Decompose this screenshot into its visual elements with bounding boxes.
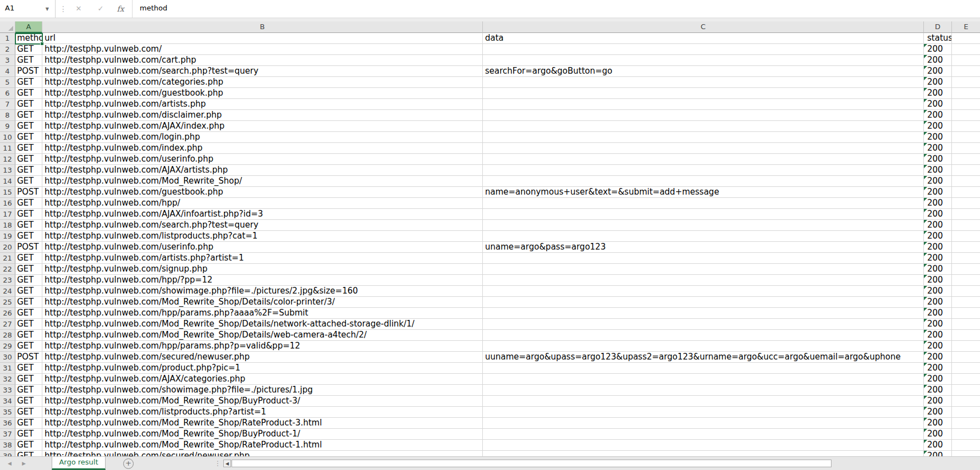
- cell-url[interactable]: http://testphp.vulnweb.com/AJAX/artists.…: [42, 165, 483, 176]
- cell-empty[interactable]: [952, 187, 980, 198]
- cell-empty[interactable]: [952, 198, 980, 209]
- cell-url[interactable]: http://testphp.vulnweb.com/secured/newus…: [42, 451, 483, 456]
- row-number[interactable]: 35: [0, 407, 15, 418]
- cell-empty[interactable]: [952, 440, 980, 451]
- cell-method[interactable]: GET: [15, 396, 42, 407]
- formula-input[interactable]: method: [140, 4, 167, 12]
- cell-url[interactable]: http://testphp.vulnweb.com/signup.php: [42, 264, 483, 275]
- row-number[interactable]: 16: [0, 198, 15, 209]
- cell-url[interactable]: http://testphp.vulnweb.com/product.php?p…: [42, 363, 483, 374]
- cell-empty[interactable]: [952, 275, 980, 286]
- cell-data[interactable]: uname=argo&pass=argo123: [483, 242, 924, 253]
- confirm-icon[interactable]: ✓: [92, 0, 109, 18]
- cell-data[interactable]: searchFor=argo&goButton=go: [483, 66, 924, 77]
- cell-method[interactable]: GET: [15, 132, 42, 143]
- cell-data[interactable]: [483, 44, 924, 55]
- cell-method[interactable]: GET: [15, 308, 42, 319]
- cell-status[interactable]: 200: [924, 154, 952, 165]
- cell-method[interactable]: GET: [15, 440, 42, 451]
- cell-method[interactable]: POST: [15, 187, 42, 198]
- row-number[interactable]: 33: [0, 385, 15, 396]
- cell-empty[interactable]: [952, 99, 980, 110]
- cell-status[interactable]: 200: [924, 242, 952, 253]
- cell-empty[interactable]: [952, 33, 980, 44]
- add-sheet-icon[interactable]: +: [123, 458, 134, 469]
- cell-status[interactable]: 200: [924, 143, 952, 154]
- cell-method[interactable]: GET: [15, 143, 42, 154]
- column-header-a[interactable]: A: [15, 21, 42, 33]
- cell-method[interactable]: GET: [15, 330, 42, 341]
- row-number[interactable]: 9: [0, 121, 15, 132]
- cell-method[interactable]: GET: [15, 88, 42, 99]
- cell-method[interactable]: GET: [15, 198, 42, 209]
- cell-data[interactable]: [483, 154, 924, 165]
- cell-data[interactable]: [483, 176, 924, 187]
- cell-url[interactable]: http://testphp.vulnweb.com/userinfo.php: [42, 154, 483, 165]
- row-number[interactable]: 22: [0, 264, 15, 275]
- column-header-d[interactable]: D: [924, 21, 952, 33]
- cell-status[interactable]: 200: [924, 220, 952, 231]
- cell-url[interactable]: http://testphp.vulnweb.com/userinfo.php: [42, 242, 483, 253]
- cell-status[interactable]: 200: [924, 407, 952, 418]
- cell-url[interactable]: http://testphp.vulnweb.com/Mod_Rewrite_S…: [42, 319, 483, 330]
- cell-method[interactable]: GET: [15, 220, 42, 231]
- cell-empty[interactable]: [952, 121, 980, 132]
- cell-method[interactable]: GET: [15, 418, 42, 429]
- cell-status[interactable]: 200: [924, 231, 952, 242]
- row-number[interactable]: 18: [0, 220, 15, 231]
- cell-status[interactable]: 200: [924, 110, 952, 121]
- name-box[interactable]: A1 ▼: [0, 0, 56, 18]
- cell-url[interactable]: http://testphp.vulnweb.com/disclaimer.ph…: [42, 110, 483, 121]
- cell-empty[interactable]: [952, 209, 980, 220]
- cell-status[interactable]: 200: [924, 352, 952, 363]
- cell-empty[interactable]: [952, 363, 980, 374]
- cell-status[interactable]: 200: [924, 187, 952, 198]
- cell-empty[interactable]: [952, 407, 980, 418]
- cell-method[interactable]: GET: [15, 165, 42, 176]
- cell-url[interactable]: http://testphp.vulnweb.com/Mod_Rewrite_S…: [42, 440, 483, 451]
- cell-data[interactable]: [483, 286, 924, 297]
- cell-url[interactable]: http://testphp.vulnweb.com/search.php?te…: [42, 66, 483, 77]
- cell-method[interactable]: GET: [15, 231, 42, 242]
- cell-data[interactable]: [483, 77, 924, 88]
- cell-url[interactable]: http://testphp.vulnweb.com/cart.php: [42, 55, 483, 66]
- cell-method[interactable]: POST: [15, 66, 42, 77]
- cell-empty[interactable]: [952, 55, 980, 66]
- row-number[interactable]: 26: [0, 308, 15, 319]
- cell-url[interactable]: http://testphp.vulnweb.com/showimage.php…: [42, 385, 483, 396]
- horizontal-scrollbar-thumb[interactable]: [232, 460, 832, 467]
- cell-empty[interactable]: [952, 44, 980, 55]
- cell-empty[interactable]: [952, 264, 980, 275]
- cell-status[interactable]: status: [924, 33, 952, 44]
- row-number[interactable]: 32: [0, 374, 15, 385]
- cell-method[interactable]: GET: [15, 55, 42, 66]
- cell-empty[interactable]: [952, 220, 980, 231]
- cell-status[interactable]: 200: [924, 66, 952, 77]
- row-number[interactable]: 31: [0, 363, 15, 374]
- cell-method[interactable]: GET: [15, 341, 42, 352]
- cell-empty[interactable]: [952, 352, 980, 363]
- cell-url[interactable]: http://testphp.vulnweb.com/Mod_Rewrite_S…: [42, 429, 483, 440]
- cell-status[interactable]: 200: [924, 165, 952, 176]
- cell-status[interactable]: 200: [924, 77, 952, 88]
- row-number[interactable]: 7: [0, 99, 15, 110]
- cell-empty[interactable]: [952, 242, 980, 253]
- cell-method[interactable]: GET: [15, 407, 42, 418]
- cell-url[interactable]: http://testphp.vulnweb.com/Mod_Rewrite_S…: [42, 176, 483, 187]
- prev-sheet-icon[interactable]: ◀: [8, 457, 12, 470]
- cell-data[interactable]: [483, 231, 924, 242]
- row-number[interactable]: 14: [0, 176, 15, 187]
- row-number[interactable]: 10: [0, 132, 15, 143]
- cell-data[interactable]: [483, 110, 924, 121]
- cell-url[interactable]: http://testphp.vulnweb.com/hpp/: [42, 198, 483, 209]
- cell-data[interactable]: [483, 341, 924, 352]
- row-number[interactable]: 13: [0, 165, 15, 176]
- cell-url[interactable]: http://testphp.vulnweb.com/AJAX/categori…: [42, 374, 483, 385]
- row-number[interactable]: 25: [0, 297, 15, 308]
- row-number[interactable]: 6: [0, 88, 15, 99]
- cell-method[interactable]: GET: [15, 253, 42, 264]
- cell-status[interactable]: 200: [924, 132, 952, 143]
- cell-method[interactable]: GET: [15, 286, 42, 297]
- row-number[interactable]: 38: [0, 440, 15, 451]
- cell-url[interactable]: http://testphp.vulnweb.com/artists.php: [42, 99, 483, 110]
